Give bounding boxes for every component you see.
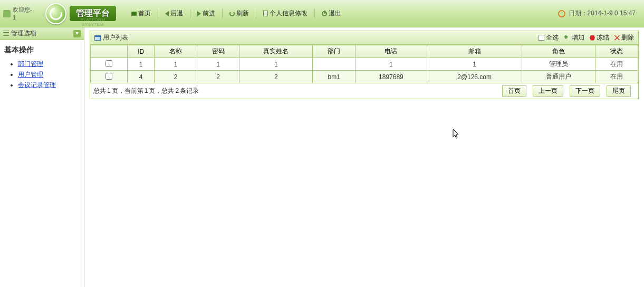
forward-button[interactable]: 前进 [193,7,220,20]
col-id: ID [128,45,155,58]
app-logo-icon [45,3,66,24]
app-title: 管理平台 PLATFORM SYSYTEM [70,6,116,21]
add-action[interactable]: 增加 [564,33,584,42]
cell-password: 1 [197,58,239,71]
cell-realname: 2 [239,71,313,83]
sidebar-item-dept: 部门管理 [18,60,84,69]
col-checkbox [91,45,128,58]
user-list-panel: 用户列表 全选 增加 冻结 删除 ID 名称 密码 真实姓名 [90,31,639,99]
power-icon [322,11,327,16]
refresh-icon [229,11,235,16]
cell-role: 管理员 [522,58,595,71]
pager-first-button[interactable]: 首页 [502,85,526,97]
freeze-action[interactable]: 冻结 [590,33,609,42]
main-content: 用户列表 全选 增加 冻结 删除 ID 名称 密码 真实姓名 [84,27,644,287]
select-all-action[interactable]: 全选 [539,33,559,42]
clock-icon [558,10,565,17]
main-toolbar: 首页 后退 前进 刷新 个人信息修改 退出 [127,7,346,20]
profile-icon [263,11,268,16]
welcome-user: 1 [13,14,16,21]
pager: 首页 上一页 下一页 尾页 [502,85,631,97]
col-dept: 部门 [313,45,355,58]
col-name: 名称 [155,45,197,58]
cell-phone: 1 [355,58,427,71]
cell-password: 2 [197,71,239,83]
table-footer: 总共1页，当前第1页，总共2条记录 首页 上一页 下一页 尾页 [90,83,638,99]
back-icon [165,11,169,16]
user-icon [3,10,11,17]
panel-title-text: 用户列表 [103,33,128,42]
pager-next-button[interactable]: 下一页 [570,85,600,97]
cell-dept: bm1 [313,71,355,83]
forward-icon [197,11,201,16]
cell-email: 1 [427,58,522,71]
back-button[interactable]: 后退 [160,7,188,20]
profile-button[interactable]: 个人信息修改 [258,7,312,20]
cell-status: 在用 [595,58,638,71]
sidebar-link-dept[interactable]: 部门管理 [18,60,43,68]
cell-role: 普通用户 [522,71,595,83]
list-icon [3,31,9,36]
home-button[interactable]: 首页 [127,7,156,20]
checkbox-icon [539,35,544,41]
cell-phone: 1897689 [355,71,427,83]
cell-id: 4 [128,71,155,83]
sidebar-section-title: 基本操作 [0,40,84,58]
freeze-icon [590,35,595,41]
sidebar-header-label: 管理选项 [11,29,36,38]
app-header: 欢迎您- 1 管理平台 PLATFORM SYSYTEM 首页 后退 前进 刷新… [0,0,644,27]
sidebar-link-meeting[interactable]: 会议记录管理 [18,81,56,89]
row-checkbox[interactable] [105,73,112,80]
cell-dept [313,58,355,71]
home-icon [131,12,137,16]
col-realname: 真实姓名 [239,45,313,58]
delete-icon [614,35,620,41]
sidebar-link-user[interactable]: 用户管理 [18,71,43,78]
col-email: 邮箱 [427,45,522,58]
sidebar-item-user: 用户管理 [18,70,84,79]
col-status: 状态 [595,45,638,58]
pagination-info: 总共1页，当前第1页，总共2条记录 [93,87,502,95]
col-phone: 电话 [355,45,427,58]
welcome-label: 欢迎您- [13,6,32,13]
pager-last-button[interactable]: 尾页 [607,85,631,97]
sidebar-item-meeting: 会议记录管理 [18,81,84,90]
logout-button[interactable]: 退出 [317,7,346,20]
col-role: 角色 [522,45,595,58]
table-row: 4 2 2 2 bm1 1897689 2@126.com 普通用户 在用 [91,71,638,83]
row-checkbox[interactable] [105,60,112,67]
welcome-box: 欢迎您- 1 [0,4,42,23]
table-row: 1 1 1 1 1 1 管理员 在用 [91,58,638,71]
sidebar-header: 管理选项 [0,27,84,40]
user-table: ID 名称 密码 真实姓名 部门 电话 邮箱 角色 状态 1 [90,45,638,83]
panel-header: 用户列表 全选 增加 冻结 删除 [90,31,638,45]
table-header-row: ID 名称 密码 真实姓名 部门 电话 邮箱 角色 状态 [91,45,638,58]
sidebar-menu: 部门管理 用户管理 会议记录管理 [0,60,84,90]
col-password: 密码 [197,45,239,58]
cell-id: 1 [128,58,155,71]
delete-action[interactable]: 删除 [614,33,634,42]
collapse-icon[interactable] [73,30,81,37]
cell-status: 在用 [595,71,638,83]
refresh-button[interactable]: 刷新 [225,7,254,20]
cell-name: 2 [155,71,197,83]
sidebar: 管理选项 基本操作 部门管理 用户管理 会议记录管理 [0,27,84,287]
cell-name: 1 [155,58,197,71]
pager-prev-button[interactable]: 上一页 [533,85,563,97]
app-subtitle: PLATFORM SYSYTEM [70,17,116,27]
date-display: 日期：2014-1-9 0:15:47 [558,9,636,18]
add-icon [564,35,570,41]
cell-email: 2@126.com [427,71,522,83]
panel-icon [94,35,101,41]
cell-realname: 1 [239,58,313,71]
